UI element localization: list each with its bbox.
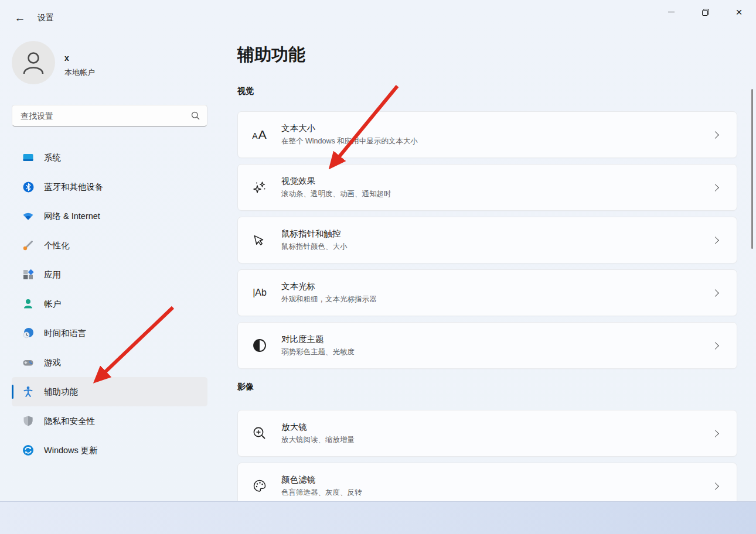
card-title: 文本大小	[281, 123, 713, 134]
avatar[interactable]	[12, 41, 55, 84]
sidebar-item-accounts[interactable]: 帐户	[12, 289, 207, 319]
section-label-video: 影像	[237, 382, 254, 392]
chevron-right-icon	[711, 430, 719, 437]
magnifier-plus-icon	[251, 426, 268, 441]
section-label-vision: 视觉	[237, 86, 254, 97]
close-icon: ×	[735, 6, 742, 18]
minimize-icon	[668, 12, 675, 12]
visual-effects-sparkles-icon	[251, 180, 268, 195]
privacy-shield-icon	[22, 415, 34, 427]
sidebar-item-system[interactable]: 系统	[12, 143, 207, 172]
card-subtitle: 在整个 Windows 和应用中显示的文本大小	[281, 136, 713, 146]
window-controls: ×	[654, 0, 756, 27]
card-subtitle: 滚动条、透明度、动画、通知超时	[281, 189, 713, 199]
card-color-filters[interactable]: 颜色滤镜 色盲筛选器、灰度、反转	[237, 463, 737, 501]
chevron-right-icon	[711, 131, 719, 139]
card-subtitle: 鼠标指针颜色、大小	[281, 242, 713, 252]
card-title: 颜色滤镜	[281, 474, 713, 485]
sidebar-item-bluetooth-devices[interactable]: 蓝牙和其他设备	[12, 172, 207, 201]
gaming-gamepad-icon	[22, 357, 34, 368]
sidebar-item-label: 时间和语言	[44, 328, 87, 339]
sidebar-item-network-internet[interactable]: 网络 & Internet	[12, 201, 207, 231]
settings-window: ← 设置 × x 本地帐户 系统	[0, 0, 756, 501]
card-title: 视觉效果	[281, 176, 713, 187]
card-title: 文本光标	[281, 281, 713, 292]
personalization-brush-icon	[22, 239, 34, 251]
card-subtitle: 色盲筛选器、灰度、反转	[281, 488, 713, 498]
sidebar-item-gaming[interactable]: 游戏	[12, 348, 207, 377]
chevron-right-icon	[711, 184, 719, 191]
card-mouse-pointer-touch[interactable]: 鼠标指针和触控 鼠标指针颜色、大小	[237, 217, 737, 263]
sidebar-item-label: 蓝牙和其他设备	[44, 182, 104, 193]
search-icon	[191, 111, 200, 120]
mouse-pointer-icon	[251, 232, 268, 248]
page-title: 辅助功能	[237, 43, 305, 67]
accounts-person-icon	[22, 298, 34, 310]
sidebar-item-label: 帐户	[44, 299, 61, 310]
card-text-cursor[interactable]: |Ab 文本光标 外观和粗细，文本光标指示器	[237, 269, 737, 316]
card-title: 对比度主题	[281, 334, 713, 345]
windows-update-icon	[22, 444, 34, 456]
restore-icon	[702, 9, 709, 15]
card-text-size[interactable]: AA 文本大小 在整个 Windows 和应用中显示的文本大小	[237, 111, 737, 158]
text-cursor-icon: |Ab	[251, 287, 268, 298]
sidebar-item-label: 游戏	[44, 357, 61, 368]
system-icon	[22, 152, 34, 163]
profile-account-type: 本地帐户	[64, 67, 95, 78]
sidebar-item-label: 个性化	[44, 240, 70, 251]
back-button[interactable]: ←	[12, 11, 28, 26]
chevron-right-icon	[711, 237, 719, 244]
search-input[interactable]	[12, 111, 191, 121]
sidebar-item-label: 隐私和安全性	[44, 416, 95, 427]
card-magnifier[interactable]: 放大镜 放大镜阅读、缩放增量	[237, 410, 737, 457]
contrast-theme-icon	[251, 338, 268, 353]
minimize-button[interactable]	[654, 0, 688, 23]
profile-name: x	[64, 53, 69, 63]
sidebar-item-label: 系统	[44, 152, 61, 163]
card-title: 放大镜	[281, 422, 713, 433]
card-subtitle: 放大镜阅读、缩放增量	[281, 435, 713, 445]
selected-indicator	[12, 385, 13, 399]
sidebar-item-privacy-security[interactable]: 隐私和安全性	[12, 406, 207, 436]
sidebar-item-apps[interactable]: 应用	[12, 260, 207, 289]
apps-icon	[22, 269, 34, 280]
sidebar-item-personalization[interactable]: 个性化	[12, 231, 207, 260]
wifi-icon	[22, 210, 34, 222]
card-subtitle: 外观和粗细，文本光标指示器	[281, 295, 713, 304]
scrollbar[interactable]	[751, 89, 753, 249]
chevron-right-icon	[711, 342, 719, 350]
card-subtitle: 弱势彩色主题、光敏度	[281, 347, 713, 357]
color-filters-palette-icon	[251, 478, 268, 494]
close-button[interactable]: ×	[722, 0, 756, 23]
sidebar-item-label: 应用	[44, 269, 61, 280]
card-contrast-themes[interactable]: 对比度主题 弱势彩色主题、光敏度	[237, 322, 737, 369]
time-language-icon	[22, 327, 34, 339]
screen: ← 设置 × x 本地帐户 系统	[0, 0, 756, 534]
chevron-right-icon	[711, 482, 719, 490]
sidebar-item-label: 网络 & Internet	[44, 211, 100, 222]
sidebar-item-accessibility[interactable]: 辅助功能	[12, 377, 207, 406]
chevron-right-icon	[711, 289, 719, 297]
restore-button[interactable]	[688, 0, 722, 23]
bluetooth-icon	[22, 181, 34, 193]
sidebar-item-windows-update[interactable]: Windows 更新	[12, 436, 207, 465]
person-icon	[20, 49, 47, 76]
card-title: 鼠标指针和触控	[281, 228, 713, 239]
search-box[interactable]	[12, 105, 207, 126]
sidebar-item-label: 辅助功能	[44, 386, 78, 398]
taskbar: 飞飞系统 www.feifeixitong.com	[0, 501, 756, 534]
text-size-icon: AA	[251, 128, 268, 142]
sidebar-item-time-language[interactable]: 时间和语言	[12, 319, 207, 348]
sidebar-item-label: Windows 更新	[44, 445, 98, 456]
window-title: 设置	[38, 13, 54, 23]
card-visual-effects[interactable]: 视觉效果 滚动条、透明度、动画、通知超时	[237, 164, 737, 211]
accessibility-person-icon	[22, 386, 34, 398]
